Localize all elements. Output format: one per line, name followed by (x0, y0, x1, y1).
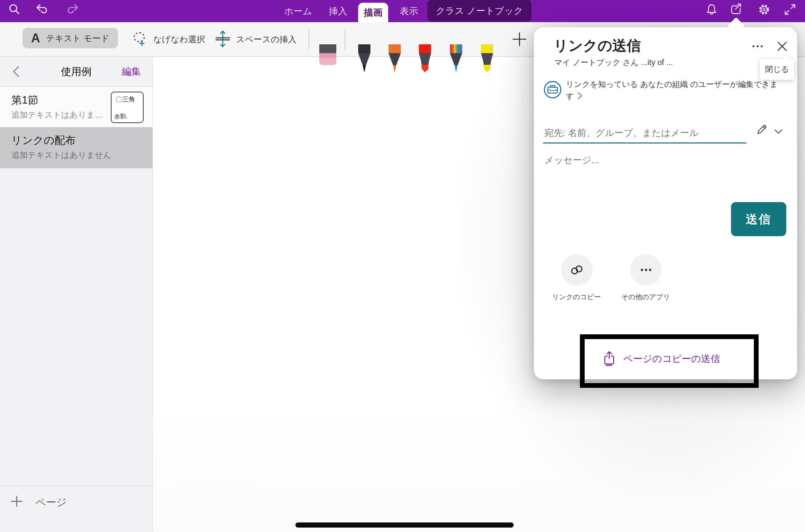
orange-pen[interactable] (386, 44, 404, 75)
send-page-copy-button[interactable]: ページのコピーの送信 (602, 350, 720, 367)
tooltip-label: 閉じる (765, 64, 789, 75)
page-subtitle: 追加テキストはありません (11, 150, 112, 161)
send-button[interactable]: 送信 (731, 202, 786, 236)
lasso-select-button[interactable]: なげなわ選択 (131, 22, 205, 57)
recipient-underline (543, 142, 746, 143)
sidebar-header: 使用例 編集 (0, 57, 152, 87)
message-input[interactable]: メッセージ... (544, 154, 783, 171)
page-thumbnail: 〇三角 余割. (111, 92, 144, 123)
thumbnail-handwriting: 〇三角 (116, 95, 135, 104)
add-page-label: ページ (35, 496, 67, 510)
page-title: 第1節 (11, 93, 38, 107)
undo-icon[interactable] (35, 3, 49, 16)
dialog-title: リンクの送信 (554, 36, 641, 55)
recipient-placeholder: 宛先: 名前、グループ、またはメール (544, 127, 699, 139)
page-title: リンクの配布 (11, 133, 76, 148)
text-mode-label: テキスト モード (46, 33, 109, 44)
tab-view[interactable]: 表示 (397, 0, 421, 22)
page-item-1[interactable]: 第1節 追加テキストはありま… 〇三角 余割. (0, 87, 152, 127)
page-item-2-selected[interactable]: リンクの配布 追加テキストはありません (0, 127, 152, 168)
onenote-app: ホーム 挿入 描画 表示 クラス ノートブック A テキスト モード なげなわ選… (0, 0, 805, 532)
edit-button[interactable]: 編集 (122, 57, 141, 87)
close-icon[interactable] (775, 39, 790, 54)
send-page-copy-label: ページのコピーの送信 (623, 352, 720, 365)
close-tooltip: 閉じる (760, 59, 794, 80)
organization-briefcase-icon (543, 80, 562, 99)
home-indicator-bar[interactable] (295, 522, 514, 528)
top-app-bar: ホーム 挿入 描画 表示 クラス ノートブック (0, 0, 805, 22)
message-placeholder: メッセージ... (544, 155, 599, 165)
tab-insert[interactable]: 挿入 (326, 0, 350, 22)
copy-link-button[interactable] (561, 254, 592, 286)
eraser-tool[interactable] (318, 44, 337, 67)
thumbnail-handwriting: 余割. (114, 112, 128, 121)
more-options-icon[interactable] (750, 39, 765, 54)
text-mode-button[interactable]: A テキスト モード (23, 28, 118, 48)
text-mode-a-icon: A (31, 31, 40, 45)
insert-space-icon (214, 30, 231, 49)
pencil-edit-icon[interactable] (755, 123, 768, 136)
toolbar-separator (309, 30, 309, 49)
fullscreen-expand-icon[interactable] (783, 3, 797, 16)
tab-class-notebook[interactable]: クラス ノートブック (427, 0, 531, 21)
add-page-button[interactable]: ページ (0, 485, 152, 519)
more-apps-label: その他のアプリ (608, 292, 683, 302)
black-pen[interactable] (355, 44, 373, 75)
recipient-input[interactable]: 宛先: 名前、グループ、またはメール (543, 122, 786, 144)
send-link-dialog: リンクの送信 マイ ノートブック さん ...ity of ... リンクを知っ… (534, 27, 797, 379)
share-icon[interactable] (729, 3, 743, 16)
tab-draw[interactable]: 描画 (358, 3, 388, 22)
ellipsis-icon (637, 261, 655, 279)
search-icon[interactable] (8, 3, 21, 16)
settings-gear-icon[interactable] (757, 3, 771, 16)
notifications-bell-icon[interactable] (705, 3, 718, 16)
chevron-right-icon (577, 92, 583, 100)
copy-link-label: リンクのコピー (539, 292, 614, 302)
notebook-share-scope: マイ ノートブック さん ...ity of ... (554, 57, 673, 68)
lasso-label: なげなわ選択 (153, 34, 205, 45)
insert-space-label: スペースの挿入 (236, 34, 296, 45)
redo-icon[interactable] (66, 3, 79, 16)
lasso-icon (131, 30, 148, 49)
page-list-sidebar: 使用例 編集 第1節 追加テキストはありま… 〇三角 余割. リンクの配布 追加… (0, 57, 153, 532)
plus-icon (10, 495, 23, 508)
send-copy-share-icon (602, 350, 618, 367)
red-highlighter[interactable] (416, 44, 434, 75)
chain-link-icon (568, 261, 586, 279)
chevron-down-icon[interactable] (774, 127, 783, 136)
page-subtitle: 追加テキストはありま… (11, 109, 103, 120)
tab-home[interactable]: ホーム (282, 0, 314, 22)
permission-description: リンクを知っている あなたの組織 のユーザーが編集できます (566, 78, 784, 102)
toolbar-separator (345, 30, 345, 49)
insert-space-button[interactable]: スペースの挿入 (214, 22, 296, 57)
more-apps-button[interactable] (630, 254, 662, 286)
